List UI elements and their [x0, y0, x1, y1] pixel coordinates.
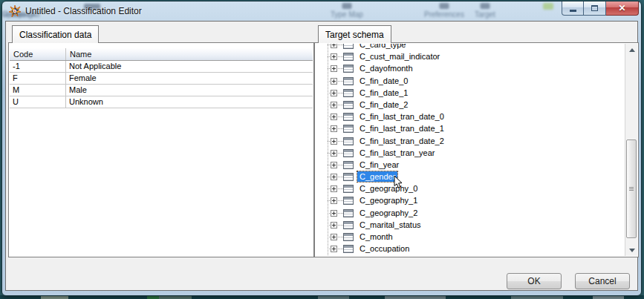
- minimize-icon: [570, 10, 576, 12]
- tree-item-label[interactable]: C_dayofmonth: [357, 63, 415, 73]
- expand-plus-icon[interactable]: [331, 114, 337, 120]
- table-row[interactable]: -1Not Applicable: [10, 61, 313, 73]
- tree-item[interactable]: C_geography_0: [316, 183, 625, 194]
- tree-item-label[interactable]: C_geography_0: [357, 183, 420, 194]
- cell-code[interactable]: M: [10, 85, 66, 96]
- expand-plus-icon[interactable]: [331, 53, 337, 60]
- table-node-icon: [343, 77, 354, 85]
- expand-plus-icon[interactable]: [331, 162, 337, 168]
- tab-classification-data[interactable]: Classification data: [12, 25, 99, 43]
- titlebar[interactable]: Type MapPreferencesTargetGroupingUpdate …: [2, 1, 641, 21]
- tree-item-label[interactable]: C_fin_date_2: [357, 99, 410, 110]
- tree-item-label[interactable]: C_fin_last_tran_date_1: [357, 123, 446, 134]
- tree-item-label[interactable]: C_occupation: [357, 243, 412, 254]
- scrollbar-thumb[interactable]: [626, 139, 637, 238]
- tab-classification-data-label: Classification data: [19, 30, 91, 40]
- cell-name[interactable]: Male: [66, 85, 313, 96]
- tree-item[interactable]: C_geography_1: [316, 194, 625, 206]
- cancel-button[interactable]: Cancel: [575, 273, 630, 289]
- tree-item-label[interactable]: C_month: [357, 231, 395, 242]
- expand-plus-icon[interactable]: [331, 234, 337, 240]
- table-node-icon: [343, 161, 354, 169]
- table-row[interactable]: FFemale: [10, 73, 313, 85]
- expand-plus-icon[interactable]: [331, 174, 337, 180]
- table-row[interactable]: UUnknown: [10, 96, 313, 108]
- table-node-icon: [343, 185, 354, 193]
- scroll-up-button[interactable]: [625, 44, 638, 56]
- scroll-down-button[interactable]: [625, 244, 638, 256]
- schema-tree: C_card_typeC_cust_mail_indicatorC_dayofm…: [316, 44, 625, 256]
- maximize-button[interactable]: [584, 1, 606, 16]
- tree-item[interactable]: C_marital_status: [316, 219, 625, 231]
- tree-item[interactable]: C_occupation: [316, 243, 625, 254]
- tree-item-label[interactable]: C_marital_status: [357, 220, 423, 230]
- tree-item[interactable]: C_fin_date_2: [316, 99, 625, 111]
- expand-plus-icon[interactable]: [331, 150, 337, 157]
- tree-item-label[interactable]: C_fin_last_tran_year: [357, 148, 438, 158]
- table-node-icon: [343, 173, 354, 181]
- expand-plus-icon[interactable]: [331, 44, 337, 48]
- background-toolbar-icon: [342, 3, 351, 9]
- cell-name[interactable]: Unknown: [66, 96, 313, 108]
- tab-target-schema[interactable]: Target schema: [318, 25, 391, 43]
- tree-item[interactable]: C_fin_date_0: [316, 75, 625, 87]
- close-icon: ✕: [618, 4, 625, 13]
- cell-code[interactable]: U: [10, 96, 66, 108]
- cell-code[interactable]: -1: [10, 61, 66, 72]
- expand-plus-icon[interactable]: [331, 102, 337, 108]
- expand-plus-icon[interactable]: [331, 246, 337, 252]
- tree-item-label[interactable]: C_geography_2: [357, 208, 420, 218]
- expand-plus-icon[interactable]: [331, 90, 337, 96]
- tree-item[interactable]: C_product_type: [316, 254, 625, 256]
- arrow-down-icon: [629, 249, 635, 252]
- tree-item-selected[interactable]: C_gender: [316, 171, 625, 183]
- tree-item[interactable]: C_fin_last_tran_date_0: [316, 111, 625, 122]
- table-node-icon: [343, 137, 354, 145]
- cell-name[interactable]: Female: [66, 73, 313, 84]
- tree-item-label[interactable]: C_fin_date_0: [357, 76, 410, 86]
- expand-plus-icon[interactable]: [331, 185, 337, 192]
- close-button[interactable]: ✕: [606, 1, 639, 16]
- tree-item[interactable]: C_dayofmonth: [316, 62, 625, 74]
- classification-data-panel: Code Name -1Not ApplicableFFemaleMMaleUU…: [8, 42, 314, 257]
- tree-item-label[interactable]: C_cust_mail_indicator: [357, 51, 442, 62]
- cell-code[interactable]: F: [10, 73, 66, 84]
- dialog-client-area: Classification data Code Name -1Not Appl…: [5, 21, 638, 291]
- maximize-icon: [591, 5, 598, 11]
- tree-item[interactable]: C_month: [316, 231, 625, 243]
- tree-item-label[interactable]: C_card_type: [357, 44, 408, 50]
- cell-name[interactable]: Not Applicable: [66, 61, 313, 72]
- tree-item[interactable]: C_card_type: [316, 44, 625, 50]
- expand-plus-icon[interactable]: [331, 65, 337, 72]
- minimize-button[interactable]: [562, 1, 584, 16]
- tree-item[interactable]: C_fin_last_tran_date_1: [316, 122, 625, 134]
- tree-item[interactable]: C_fin_last_tran_year: [316, 147, 625, 159]
- tree-item-label[interactable]: C_product_type: [357, 255, 420, 256]
- expand-plus-icon[interactable]: [331, 210, 337, 217]
- background-toolbar-icon: [439, 3, 449, 9]
- expand-plus-icon[interactable]: [331, 197, 337, 204]
- tree-item-label[interactable]: C_fin_date_1: [357, 88, 410, 98]
- table-node-icon: [343, 245, 354, 253]
- expand-plus-icon[interactable]: [331, 125, 337, 132]
- column-header-code[interactable]: Code: [10, 48, 66, 60]
- tree-item[interactable]: C_fin_date_1: [316, 87, 625, 99]
- tree-item-label[interactable]: C_geography_1: [357, 195, 420, 206]
- tree-item[interactable]: C_fin_year: [316, 159, 625, 171]
- column-header-name[interactable]: Name: [66, 48, 313, 60]
- tree-item-label[interactable]: C_fin_last_tran_date_0: [357, 111, 446, 122]
- tree-item-label[interactable]: C_fin_last_tran_date_2: [357, 136, 446, 146]
- tree-item-label[interactable]: C_gender: [357, 171, 397, 182]
- target-schema-panel: C_card_typeC_cust_mail_indicatorC_dayofm…: [314, 42, 639, 257]
- tree-scrollbar[interactable]: [625, 44, 637, 256]
- arrow-up-icon: [629, 48, 635, 52]
- tree-item[interactable]: C_geography_2: [316, 207, 625, 219]
- tree-item[interactable]: C_fin_last_tran_date_2: [316, 135, 625, 147]
- table-row[interactable]: MMale: [10, 85, 313, 96]
- ok-button[interactable]: OK: [507, 273, 562, 289]
- expand-plus-icon[interactable]: [331, 222, 337, 229]
- expand-plus-icon[interactable]: [331, 138, 337, 145]
- expand-plus-icon[interactable]: [331, 78, 337, 85]
- tree-item[interactable]: C_cust_mail_indicator: [316, 50, 625, 62]
- tree-item-label[interactable]: C_fin_year: [357, 160, 401, 170]
